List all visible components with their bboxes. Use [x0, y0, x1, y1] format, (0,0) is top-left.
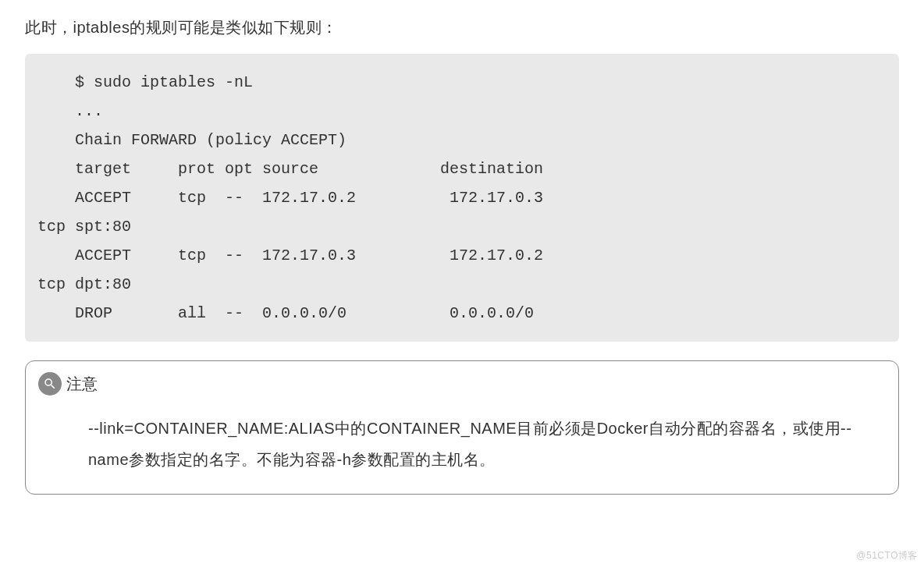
note-body: --link=CONTAINER_NAME:ALIAS中的CONTAINER_N…: [26, 396, 898, 494]
note-header: 注意: [26, 361, 898, 396]
intro-paragraph: 此时，iptables的规则可能是类似如下规则：: [25, 17, 899, 38]
note-title: 注意: [66, 374, 98, 395]
note-box: 注意 --link=CONTAINER_NAME:ALIAS中的CONTAINE…: [25, 360, 899, 495]
magnifier-icon: [38, 372, 62, 396]
watermark: @51CTO博客: [856, 549, 918, 562]
code-block: $ sudo iptables -nL ... Chain FORWARD (p…: [25, 54, 899, 342]
